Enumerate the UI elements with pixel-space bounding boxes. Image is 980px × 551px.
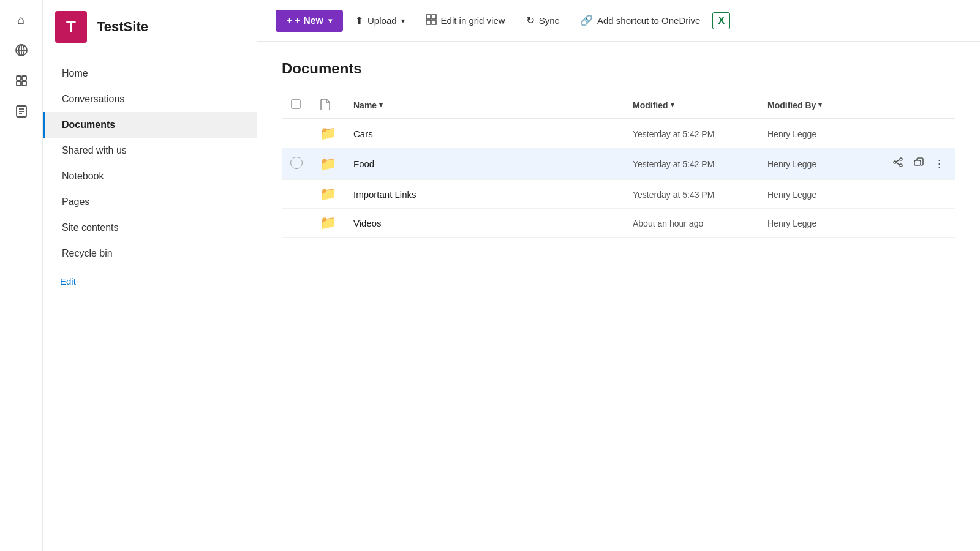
row-icon-links: 📁 [311,180,345,209]
modified-value-cars: Yesterday at 5:42 PM [633,129,714,139]
excel-button[interactable]: X [712,12,730,29]
row-name-links[interactable]: Important Links [345,180,624,209]
folder-icon: 📁 [320,156,336,171]
modified-value-food: Yesterday at 5:42 PM [633,159,714,169]
site-logo: T [55,11,87,43]
row-modified-links: Yesterday at 5:43 PM [624,180,759,209]
grid-view-icon [426,14,437,27]
edit-link[interactable]: Edit [43,269,257,294]
sidebar-item-conversations[interactable]: Conversations [43,86,257,112]
row-radio-food[interactable] [290,157,303,169]
modified-value-videos: About an hour ago [633,219,703,228]
row-name-cars[interactable]: Cars [345,119,624,148]
folder-icon: 📁 [320,126,336,141]
upload-button[interactable]: ⬆ Upload ▾ [347,9,413,32]
sidebar-item-home[interactable]: Home [43,61,257,86]
sort-icon: ▾ [671,101,674,109]
modby-value-links: Henry Legge [767,190,816,200]
folder-name-videos[interactable]: Videos [353,218,382,228]
sidebar-item-documents[interactable]: Documents [43,112,257,138]
modby-value-cars: Henry Legge [767,129,816,139]
modby-value-videos: Henry Legge [767,219,816,228]
main-area: + + New ▾ ⬆ Upload ▾ Edit in grid view ↻… [257,0,980,551]
row-actions-videos [881,209,956,238]
svg-line-21 [896,163,900,165]
edit-grid-button[interactable]: Edit in grid view [417,9,514,32]
page-title: Documents [282,60,956,77]
sidebar-item-recycle-bin[interactable]: Recycle bin [43,241,257,266]
sync-button[interactable]: ↻ Sync [518,9,568,32]
more-button-food[interactable]: ⋮ [932,155,947,173]
row-check-cars[interactable] [282,119,311,148]
svg-rect-15 [432,20,436,24]
new-button[interactable]: + + New ▾ [276,10,343,32]
globe-icon[interactable] [8,37,35,64]
svg-rect-12 [426,15,431,19]
svg-rect-4 [17,76,21,80]
row-actions-food: ⋮ [881,148,956,180]
left-rail: ⌂ [0,0,43,551]
page-icon[interactable] [8,98,35,125]
svg-rect-16 [292,100,300,108]
svg-point-18 [894,161,896,163]
share-button-food[interactable] [890,154,906,173]
row-check-links[interactable] [282,180,311,209]
svg-point-17 [900,158,902,160]
sidebar: T TestSite Home Conversations Documents … [43,0,257,551]
excel-icon: X [718,15,725,26]
svg-rect-6 [17,81,21,86]
col-name-header[interactable]: Name ▾ [345,92,624,119]
copy-link-button-food[interactable] [911,154,927,173]
col-file-icon-header [311,92,345,119]
col-modified-header[interactable]: Modified ▾ [624,92,759,119]
content-area: Documents [257,42,980,551]
folder-name-food[interactable]: Food [353,159,374,169]
row-modified-videos: About an hour ago [624,209,759,238]
add-shortcut-label: Add shortcut to OneDrive [597,15,700,26]
col-checkbox-header [282,92,311,119]
svg-rect-5 [22,76,26,80]
row-modified-food: Yesterday at 5:42 PM [624,148,759,180]
row-name-videos[interactable]: Videos [345,209,624,238]
modified-col-label: Modified [633,100,668,110]
shortcut-icon: 🔗 [580,14,593,27]
folder-name-cars[interactable]: Cars [353,129,373,139]
modby-col-label: Modified By [767,100,816,110]
sidebar-item-notebook[interactable]: Notebook [43,163,257,189]
upload-icon: ⬆ [355,15,363,26]
folder-icon: 📁 [320,186,336,201]
row-check-videos[interactable] [282,209,311,238]
table-row: 📁 Cars Yesterday at 5:42 PM Henry Legge [282,119,956,148]
svg-rect-7 [22,81,26,86]
add-shortcut-button[interactable]: 🔗 Add shortcut to OneDrive [571,9,709,32]
folder-name-links[interactable]: Important Links [353,189,417,200]
svg-rect-22 [914,160,921,165]
row-check-food[interactable] [282,148,311,180]
sync-icon: ↻ [526,14,535,27]
grid-icon[interactable] [8,67,35,94]
row-actions-cars [881,119,956,148]
row-name-food[interactable]: Food [345,148,624,180]
row-modby-videos: Henry Legge [759,209,881,238]
sidebar-item-site-contents[interactable]: Site contents [43,215,257,241]
table-row: 📁 Food Yesterday at 5:42 PM Henry Legge [282,148,956,180]
table-row: 📁 Important Links Yesterday at 5:43 PM H… [282,180,956,209]
sort-icon: ▾ [379,101,383,109]
row-icon-videos: 📁 [311,209,345,238]
plus-icon: + [287,15,292,26]
table-row: 📁 Videos About an hour ago Henry Legge [282,209,956,238]
svg-point-19 [900,164,902,167]
home-icon[interactable]: ⌂ [8,6,35,33]
site-title: TestSite [97,19,148,35]
col-modby-header[interactable]: Modified By ▾ [759,92,881,119]
sidebar-item-shared[interactable]: Shared with us [43,138,257,163]
row-icon-cars: 📁 [311,119,345,148]
row-modified-cars: Yesterday at 5:42 PM [624,119,759,148]
svg-rect-13 [432,15,436,19]
modby-value-food: Henry Legge [767,159,816,169]
sidebar-item-pages[interactable]: Pages [43,189,257,215]
edit-grid-label: Edit in grid view [441,15,505,26]
chevron-down-icon: ▾ [328,17,332,25]
sort-icon: ▾ [818,101,822,109]
row-modby-food: Henry Legge [759,148,881,180]
